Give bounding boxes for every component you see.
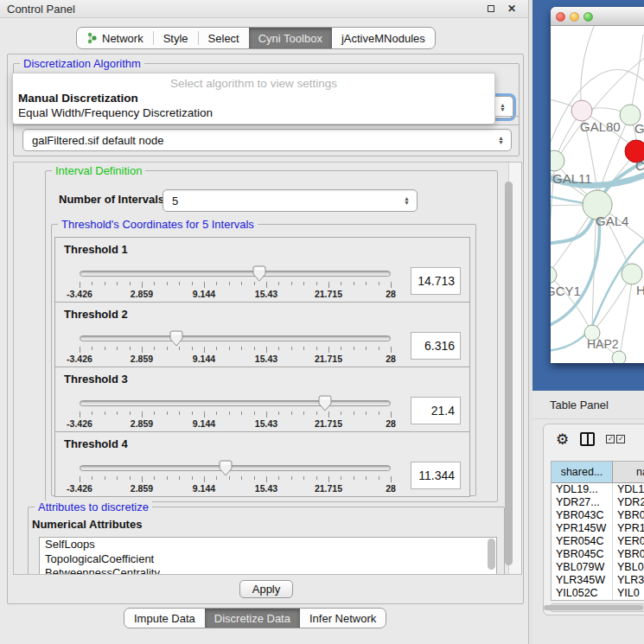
scrollbar-thumb[interactable] xyxy=(505,182,513,565)
bottom-tab-impute-data[interactable]: Impute Data xyxy=(124,609,205,628)
cell-shared-name[interactable]: YDL19... xyxy=(552,483,613,496)
network-node[interactable] xyxy=(612,351,626,363)
bottom-tab-infer-network[interactable]: Infer Network xyxy=(300,609,386,628)
cell-name[interactable]: YLR3 xyxy=(613,574,644,587)
threshold-value-field[interactable]: 14.713 xyxy=(411,267,461,295)
algorithm-option[interactable]: Equal Width/Frequency Discretization xyxy=(13,105,494,120)
attributes-listbox[interactable]: SelfLoopsTopologicalCoefficientBetweenne… xyxy=(39,537,497,575)
cell-shared-name[interactable]: YER054C xyxy=(552,535,613,548)
table-data-value: galFiltered.sif default node xyxy=(32,134,163,147)
attribute-list-item[interactable]: TopologicalCoefficient xyxy=(40,552,496,567)
slider-thumb[interactable] xyxy=(252,265,266,282)
slider-thumb[interactable] xyxy=(219,460,233,476)
tab-network[interactable]: Network xyxy=(77,28,153,48)
bottom-tab-discretize-data[interactable]: Discretize Data xyxy=(205,609,300,628)
tick-mark xyxy=(254,476,255,480)
checkbox-icon[interactable]: ✓ xyxy=(606,435,615,443)
cell-shared-name[interactable]: YBL079W xyxy=(552,561,613,574)
cell-name[interactable]: YBL0 xyxy=(613,561,644,574)
network-node-h[interactable] xyxy=(622,264,642,284)
table-row[interactable]: YER054CYER0 xyxy=(552,535,644,548)
network-node-gal11[interactable] xyxy=(551,150,564,171)
panel-title: Control Panel xyxy=(7,3,75,16)
algorithm-option[interactable]: Manual Discretization xyxy=(13,91,494,105)
tab-label: jActiveMNodules xyxy=(341,32,425,45)
table-row[interactable]: YLR345WYLR3 xyxy=(552,574,644,587)
number-of-intervals-combobox[interactable]: 5 ▲▼ xyxy=(163,189,418,212)
column-header-shared-name[interactable]: shared... xyxy=(552,462,613,482)
cell-name[interactable]: YPR1 xyxy=(613,522,644,535)
network-node-gcy1[interactable] xyxy=(551,266,557,284)
split-columns-icon[interactable] xyxy=(580,432,595,446)
tick-mark xyxy=(142,347,143,353)
slider-thumb[interactable] xyxy=(318,395,332,411)
cell-name[interactable]: YER0 xyxy=(613,535,644,548)
threshold-label: Threshold 3 xyxy=(64,373,128,386)
minimize-traffic-light-icon[interactable] xyxy=(570,12,579,22)
scrollbar-thumb[interactable] xyxy=(544,605,643,610)
tick-label: 2.859 xyxy=(131,418,153,429)
table-row[interactable]: YBL079WYBL0 xyxy=(552,561,644,574)
cell-shared-name[interactable]: YPR145W xyxy=(552,522,613,535)
tab-style[interactable]: Style xyxy=(154,28,198,48)
attribute-list-item[interactable]: BetweennessCentrality xyxy=(40,566,496,575)
tab-cyni-toolbox[interactable]: Cyni Toolbox xyxy=(249,28,332,48)
checkbox-icon[interactable]: ✓ xyxy=(616,435,625,443)
network-window-titlebar[interactable] xyxy=(551,7,644,26)
tick-mark xyxy=(192,282,193,285)
tick-mark xyxy=(117,476,118,480)
table-row[interactable]: YIL052CYIL0 xyxy=(552,587,644,600)
list-scrollbar[interactable] xyxy=(488,539,495,570)
settings-scroll-panel: Interval Definition Number of Intervals … xyxy=(13,162,522,575)
tab-jactivemnodules[interactable]: jActiveMNodules xyxy=(332,28,435,48)
threshold-value-field[interactable]: 11.344 xyxy=(411,462,461,489)
cell-shared-name[interactable]: YBR043C xyxy=(552,509,613,522)
cell-name[interactable]: YDR2 xyxy=(613,496,644,509)
cell-shared-name[interactable]: YLR345W xyxy=(552,574,613,587)
float-window-icon[interactable] xyxy=(485,3,497,16)
algorithm-option[interactable]: Select algorithm to view settings xyxy=(13,76,494,91)
table-row[interactable]: YDR27...YDR2 xyxy=(552,496,644,509)
cell-shared-name[interactable]: YBR045C xyxy=(552,548,613,561)
threshold-slider-track[interactable] xyxy=(80,335,391,341)
table-row[interactable]: YPR145WYPR1 xyxy=(552,522,644,535)
table-data-combobox[interactable]: galFiltered.sif default node ▲▼ xyxy=(22,129,512,151)
tab-select[interactable]: Select xyxy=(199,28,249,48)
network-canvas[interactable]: GAL80GACGAL11GAL4GCY1HHAP2 xyxy=(551,26,644,363)
tick-mark xyxy=(142,411,143,418)
threshold-slider-track[interactable] xyxy=(80,465,391,471)
attribute-list-item[interactable]: SelfLoops xyxy=(40,538,496,552)
column-header-name[interactable]: na xyxy=(613,462,644,482)
tick-mark xyxy=(229,282,230,285)
settings-vertical-scrollbar[interactable] xyxy=(508,163,521,574)
cell-shared-name[interactable]: YDR27... xyxy=(552,496,613,509)
network-nodes[interactable] xyxy=(551,100,644,363)
table-row[interactable]: YDL19...YDL19 xyxy=(552,483,644,496)
apply-button[interactable]: Apply xyxy=(239,580,293,598)
cell-name[interactable]: YBR0 xyxy=(613,509,644,522)
threshold-slider-track[interactable] xyxy=(80,271,391,277)
threshold-value-field[interactable]: 6.316 xyxy=(411,332,461,360)
table-horizontal-scrollbar[interactable] xyxy=(549,603,644,612)
threshold-slider-track[interactable] xyxy=(80,400,391,406)
zoom-traffic-light-icon[interactable] xyxy=(583,12,593,22)
close-panel-icon[interactable]: ✕ xyxy=(506,3,518,16)
tick-mark xyxy=(328,411,329,418)
application-root: Control Panel ✕ NetworkStyleSelectCyni T… xyxy=(0,0,644,644)
tab-label: Cyni Toolbox xyxy=(258,32,322,45)
node-table[interactable]: shared... na YDL19...YDL19YDR27...YDR2YB… xyxy=(551,461,644,601)
close-traffic-light-icon[interactable] xyxy=(556,12,565,22)
network-node-gal80[interactable] xyxy=(571,100,592,121)
slider-ticks xyxy=(80,476,391,483)
cell-shared-name[interactable]: YIL052C xyxy=(552,587,613,600)
gear-icon[interactable]: ⚙ xyxy=(556,430,569,449)
cell-name[interactable]: YIL0 xyxy=(613,587,644,600)
table-row[interactable]: YBR045CYBR0 xyxy=(552,548,644,561)
tick-mark xyxy=(366,476,367,480)
slider-thumb[interactable] xyxy=(169,330,183,347)
table-row[interactable]: YBR043CYBR0 xyxy=(552,509,644,522)
threshold-value-field[interactable]: 21.4 xyxy=(411,397,461,424)
cell-name[interactable]: YDL19 xyxy=(613,483,644,496)
tick-mark xyxy=(341,282,341,285)
cell-name[interactable]: YBR0 xyxy=(613,548,644,561)
